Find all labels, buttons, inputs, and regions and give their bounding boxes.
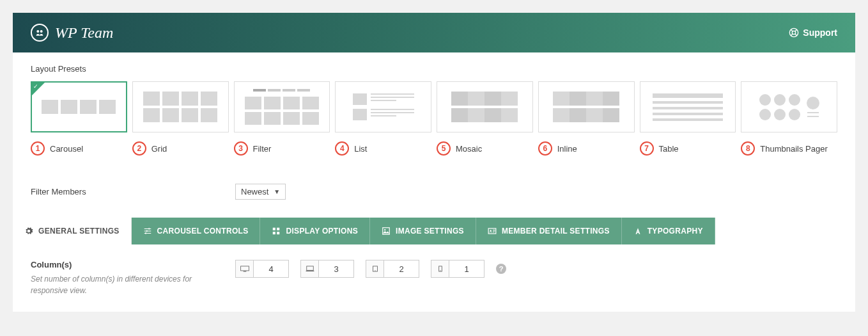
desktop-icon — [236, 260, 254, 277]
preset-card-grid[interactable] — [132, 81, 229, 132]
columns-description: Set number of column(s) in different dev… — [31, 273, 203, 296]
preset-label: List — [354, 144, 367, 154]
grid-icon — [272, 227, 281, 236]
tab-label: DISPLAY OPTIONS — [286, 227, 358, 236]
svg-rect-12 — [277, 228, 280, 230]
preset-label: Thumbnails Pager — [760, 144, 828, 154]
preset-mosaic: 5 Mosaic — [437, 81, 533, 156]
help-icon[interactable]: ? — [496, 264, 506, 274]
support-link[interactable]: Support — [789, 28, 837, 38]
preset-label: Grid — [151, 144, 167, 154]
preset-label: Inline — [557, 144, 577, 154]
filter-members-label: Filter Members — [31, 187, 235, 196]
font-icon — [633, 227, 642, 236]
svg-line-4 — [791, 29, 793, 31]
logo: WP Team — [31, 24, 113, 42]
tab-label: TYPOGRAPHY — [647, 227, 703, 236]
tab-typography[interactable]: TYPOGRAPHY — [622, 218, 715, 244]
presets-row: ✓ 1 Carousel 2 Grid — [31, 81, 837, 156]
columns-laptop-value: 3 — [319, 260, 353, 277]
laptop-icon — [301, 260, 319, 277]
tablet-icon — [366, 260, 384, 277]
columns-mobile-value: 1 — [449, 260, 484, 277]
gear-icon — [24, 227, 33, 236]
columns-setting: Column(s) Set number of column(s) in dif… — [31, 260, 837, 296]
tab-display-options[interactable]: DISPLAY OPTIONS — [260, 218, 370, 244]
svg-line-5 — [795, 29, 797, 31]
team-icon — [31, 24, 49, 42]
support-label: Support — [803, 28, 837, 38]
preset-card-filter[interactable] — [234, 81, 330, 132]
columns-tablet-value: 2 — [384, 260, 419, 277]
columns-desktop-value: 4 — [254, 260, 288, 277]
preset-filter: 3 Filter — [234, 81, 330, 156]
svg-rect-20 — [243, 271, 246, 272]
svg-rect-22 — [306, 271, 314, 271]
columns-label: Column(s) — [31, 260, 235, 269]
tab-carousel-controls[interactable]: CAROUSEL CONTROLS — [132, 218, 261, 244]
layout-panel: Layout Presets ✓ 1 Carousel 2 Grid — [13, 52, 855, 218]
preset-number: 5 — [437, 141, 451, 156]
preset-card-table[interactable] — [640, 81, 736, 132]
svg-rect-15 — [383, 228, 390, 235]
settings-tabs: GENERAL SETTINGS CAROUSEL CONTROLS DISPL… — [13, 218, 855, 244]
tab-image-settings[interactable]: IMAGE SETTINGS — [370, 218, 476, 244]
preset-table: 7 Table — [640, 81, 736, 156]
svg-rect-21 — [306, 266, 313, 270]
preset-list: 4 List — [335, 81, 431, 156]
layout-presets-label: Layout Presets — [31, 64, 837, 74]
svg-point-0 — [36, 30, 39, 33]
tab-member-detail[interactable]: MEMBER DETAIL SETTINGS — [476, 218, 622, 244]
preset-label: Mosaic — [456, 144, 482, 154]
preset-grid: 2 Grid — [132, 81, 229, 156]
preset-number: 8 — [741, 141, 755, 156]
svg-point-26 — [440, 270, 440, 271]
svg-point-24 — [375, 270, 375, 271]
lifebuoy-icon — [789, 28, 799, 38]
preset-label: Carousel — [50, 144, 83, 154]
preset-card-carousel[interactable]: ✓ — [31, 81, 127, 132]
svg-point-10 — [145, 232, 146, 234]
svg-rect-19 — [240, 266, 249, 271]
svg-line-7 — [795, 34, 797, 36]
app-name: WP Team — [55, 24, 113, 42]
svg-point-3 — [793, 31, 796, 34]
preset-number: 7 — [640, 141, 654, 156]
preset-thumbnails-pager: 8 Thumbnails Pager — [741, 81, 837, 156]
preset-number: 6 — [538, 141, 552, 156]
svg-point-8 — [148, 228, 150, 229]
id-card-icon — [488, 227, 497, 236]
preset-number: 4 — [335, 141, 349, 156]
sliders-icon — [143, 227, 152, 236]
preset-number: 2 — [132, 141, 146, 156]
preset-carousel: ✓ 1 Carousel — [31, 81, 127, 156]
columns-desktop-input[interactable]: 4 — [235, 260, 289, 278]
preset-number: 1 — [31, 141, 45, 156]
preset-card-thumbnails[interactable] — [741, 81, 837, 132]
preset-number: 3 — [234, 141, 248, 156]
preset-card-inline[interactable] — [538, 81, 635, 132]
chevron-down-icon: ▼ — [274, 188, 280, 195]
tab-label: MEMBER DETAIL SETTINGS — [502, 227, 610, 236]
svg-point-18 — [490, 230, 491, 231]
columns-tablet-input[interactable]: 2 — [366, 260, 419, 278]
svg-point-9 — [146, 230, 147, 232]
filter-members-select[interactable]: Newest ▼ — [235, 184, 286, 200]
image-icon — [382, 227, 391, 236]
select-value: Newest — [241, 187, 268, 196]
columns-laptop-input[interactable]: 3 — [300, 260, 354, 278]
preset-inline: 6 Inline — [538, 81, 635, 156]
app-header: WP Team Support — [13, 13, 855, 52]
preset-card-mosaic[interactable] — [437, 81, 533, 132]
preset-card-list[interactable] — [335, 81, 431, 132]
preset-label: Table — [659, 144, 679, 154]
columns-mobile-input[interactable]: 1 — [431, 260, 484, 278]
svg-point-16 — [384, 229, 385, 230]
tab-general-settings[interactable]: GENERAL SETTINGS — [13, 218, 132, 244]
svg-rect-14 — [277, 232, 280, 234]
svg-rect-11 — [273, 228, 275, 230]
svg-point-1 — [40, 30, 43, 33]
tab-label: IMAGE SETTINGS — [396, 227, 464, 236]
tab-label: CAROUSEL CONTROLS — [157, 227, 249, 236]
tab-content: Column(s) Set number of column(s) in dif… — [13, 244, 855, 312]
